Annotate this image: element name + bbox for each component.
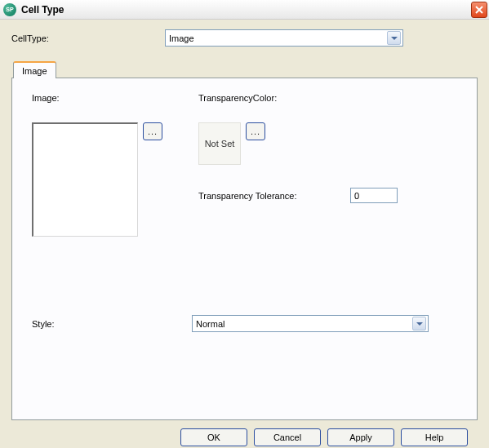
transparency-column: TransparencyColor: xyxy=(198,93,277,111)
image-browse-button[interactable]: ... xyxy=(143,122,162,140)
cancel-button-label: Cancel xyxy=(273,432,301,442)
image-column: Image: xyxy=(32,93,198,111)
app-icon-letters: SP xyxy=(6,7,13,12)
preview-row: ... Not Set ... Transparency Tole xyxy=(32,122,457,237)
image-preview-group: ... xyxy=(32,122,198,237)
ellipsis-icon: ... xyxy=(251,126,260,136)
close-button[interactable] xyxy=(471,2,487,18)
apply-button[interactable]: Apply xyxy=(327,428,394,446)
transparency-color-label: TransparencyColor: xyxy=(198,93,277,103)
tolerance-row: Transparency Tolerance: xyxy=(198,188,398,203)
transparency-swatch: Not Set xyxy=(198,122,241,165)
style-value: Normal xyxy=(196,319,412,329)
style-label: Style: xyxy=(32,319,192,329)
image-label: Image: xyxy=(32,93,198,103)
style-combo[interactable]: Normal xyxy=(192,315,429,332)
apply-button-label: Apply xyxy=(349,432,372,442)
top-columns: Image: TransparencyColor: xyxy=(32,93,457,111)
chevron-down-icon xyxy=(387,31,401,45)
transparency-swatch-text: Not Set xyxy=(205,139,235,149)
image-preview xyxy=(32,122,138,237)
ellipsis-icon: ... xyxy=(148,126,158,136)
celltype-label: CellType: xyxy=(11,33,165,43)
tolerance-input[interactable] xyxy=(350,188,398,203)
tab-image-label: Image xyxy=(22,66,47,76)
cancel-button[interactable]: Cancel xyxy=(254,428,321,446)
style-row: Style: Normal xyxy=(32,315,457,332)
transparency-browse-button[interactable]: ... xyxy=(246,122,265,140)
celltype-value: Image xyxy=(169,33,387,43)
titlebar: SP Cell Type xyxy=(0,0,489,20)
tab-panel: Image: TransparencyColor: ... xyxy=(11,78,478,420)
close-icon xyxy=(475,6,483,14)
celltype-row: CellType: Image xyxy=(11,29,478,47)
help-button[interactable]: Help xyxy=(401,428,468,446)
transparency-preview-group: Not Set ... Transparency Tolerance: xyxy=(198,122,398,237)
window-title: Cell Type xyxy=(21,4,64,16)
tolerance-label: Transparency Tolerance: xyxy=(198,191,350,201)
chevron-down-icon xyxy=(412,317,426,330)
ok-button[interactable]: OK xyxy=(180,428,247,446)
tab-container: Image Image: TransparencyColor: ... xyxy=(11,61,478,420)
dialog-content: CellType: Image Image Image: Transparenc… xyxy=(0,20,489,446)
app-icon: SP xyxy=(3,3,16,16)
ok-button-label: OK xyxy=(207,432,220,442)
celltype-combo[interactable]: Image xyxy=(165,29,403,47)
tab-image[interactable]: Image xyxy=(13,61,56,78)
button-bar: OK Cancel Apply Help xyxy=(11,420,478,446)
help-button-label: Help xyxy=(425,432,444,442)
tab-strip: Image xyxy=(13,61,478,78)
